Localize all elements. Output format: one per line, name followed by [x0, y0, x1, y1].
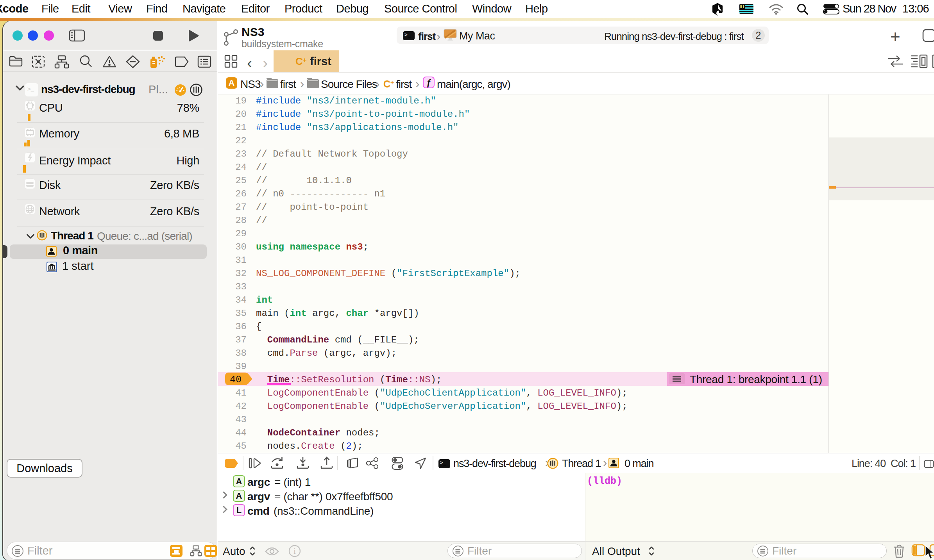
svg-text:i: i [293, 547, 296, 555]
